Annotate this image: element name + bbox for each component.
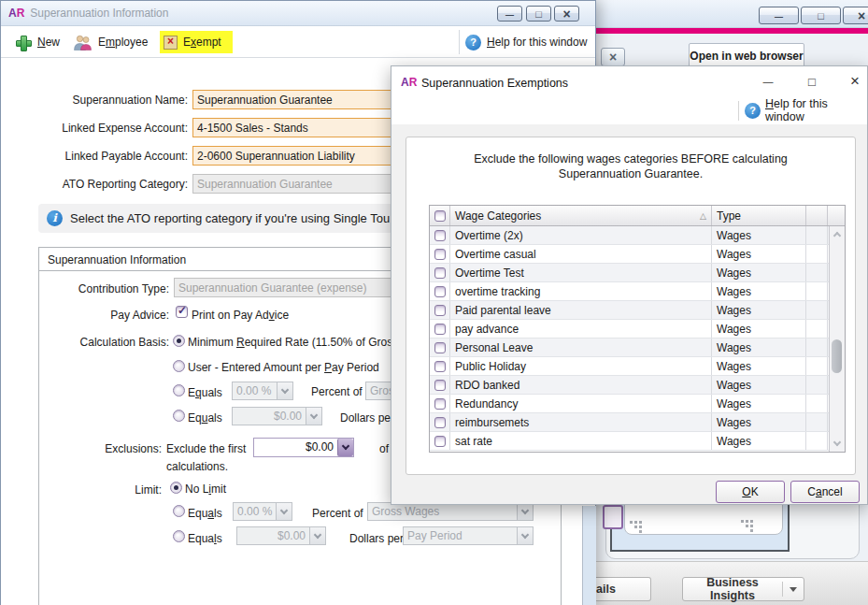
row-checkbox[interactable]	[434, 249, 446, 260]
close-button[interactable]	[554, 6, 579, 22]
resize-grip[interactable]	[630, 521, 633, 524]
dropdown-button	[306, 408, 321, 425]
calc-minimum-rate-radio[interactable]	[173, 335, 185, 347]
empty-column-header	[806, 206, 828, 225]
calc-equals-percent-radio[interactable]	[173, 384, 185, 396]
row-checkbox[interactable]	[434, 380, 446, 391]
linked-payable-account-field[interactable]: 2-0600 Superannuation Liability	[192, 146, 392, 166]
table-row[interactable]: reimbursemetsWages	[430, 413, 845, 432]
main-maximize-button[interactable]	[801, 7, 841, 24]
cancel-button[interactable]: Cancel	[790, 481, 860, 503]
scroll-down-button[interactable]	[830, 437, 845, 452]
type-column-header[interactable]: Type	[712, 206, 806, 225]
wage-categories-column-header[interactable]: Wage Categories	[450, 206, 712, 225]
row-checkbox[interactable]	[434, 305, 446, 316]
field-label: Linked Payable Account:	[6, 150, 188, 163]
maximize-button[interactable]	[526, 6, 551, 22]
ok-button[interactable]: OK	[716, 481, 785, 503]
calc-equals-dollars-label[interactable]: Equals	[188, 411, 222, 425]
row-checkbox-cell[interactable]	[430, 320, 450, 338]
minimize-button[interactable]	[497, 6, 522, 22]
new-button[interactable]: New	[16, 26, 60, 58]
row-checkbox-cell[interactable]	[430, 357, 450, 375]
empty-cell	[806, 226, 828, 244]
open-in-web-browser-button[interactable]: Open in web browser	[689, 43, 804, 68]
limit-equals-dollars-label[interactable]: Equals	[188, 532, 222, 545]
calc-user-entered-label[interactable]: User - Entered Amount per Pay Period	[188, 361, 379, 374]
dialog-maximize-button[interactable]	[799, 70, 825, 93]
exempt-button[interactable]: Exempt	[160, 31, 233, 53]
main-close-button[interactable]	[843, 7, 868, 24]
superannuation-name-field[interactable]: Superannuation Guarantee	[192, 90, 392, 109]
row-checkbox-cell[interactable]	[430, 282, 450, 300]
table-row[interactable]: RedundancyWages	[430, 395, 845, 413]
limit-dollars-value: $0.00	[237, 527, 309, 544]
wage-category-cell: sat rate	[450, 432, 712, 450]
table-row[interactable]: Personal LeaveWages	[430, 339, 845, 357]
row-checkbox[interactable]	[434, 398, 446, 410]
business-insights-button[interactable]: Business Insights	[682, 577, 804, 601]
row-checkbox-cell[interactable]	[430, 245, 450, 263]
limit-no-limit-radio[interactable]	[170, 482, 182, 494]
calc-minimum-rate-label[interactable]: Minimum Required Rate (11.50% of Gross W	[188, 336, 412, 349]
calc-equals-percent-label[interactable]: Equals	[188, 386, 222, 399]
dialog-minimize-button[interactable]	[755, 70, 781, 93]
vertical-scrollbar[interactable]	[829, 226, 845, 452]
select-all-header-cell[interactable]	[430, 206, 450, 225]
dialog-close-button[interactable]	[842, 70, 868, 93]
main-minimize-button[interactable]	[759, 7, 799, 24]
limit-equals-dollars-radio[interactable]	[173, 530, 185, 542]
table-row[interactable]: sat rateWages	[430, 432, 845, 451]
dropdown-button[interactable]	[337, 439, 353, 456]
limit-dollars-per-value: Pay Period	[404, 527, 517, 544]
tab-close-button[interactable]	[601, 48, 625, 66]
table-row[interactable]: Public HolidayWages	[430, 357, 845, 376]
table-row[interactable]: Overtime TestWages	[430, 264, 845, 282]
row-checkbox[interactable]	[434, 417, 446, 428]
exclusions-amount-value[interactable]: $0.00	[254, 439, 337, 456]
employee-button[interactable]: Employee	[74, 26, 148, 58]
help-link[interactable]: Help for this window	[465, 26, 587, 58]
dropdown-button	[517, 503, 533, 520]
details-button[interactable]: ails	[594, 577, 651, 601]
calc-dollars-value: $0.00	[233, 408, 306, 425]
dialog-help-link[interactable]: Help for this window	[745, 98, 867, 122]
row-checkbox[interactable]	[434, 267, 446, 279]
table-row[interactable]: RDO bankedWages	[430, 376, 845, 395]
row-checkbox-cell[interactable]	[430, 432, 450, 450]
linked-expense-account-field[interactable]: 4-1500 Sales - Stands	[192, 118, 392, 137]
row-checkbox-cell[interactable]	[430, 413, 450, 431]
limit-equals-percent-label[interactable]: Equals	[188, 507, 222, 520]
table-row[interactable]: Overtime (2x)Wages	[430, 226, 845, 245]
row-checkbox-cell[interactable]	[430, 264, 450, 281]
row-checkbox-cell[interactable]	[430, 226, 450, 244]
row-checkbox[interactable]	[434, 361, 446, 372]
table-row[interactable]: overtime trackingWages	[430, 282, 845, 301]
row-checkbox-cell[interactable]	[430, 395, 450, 412]
print-on-pay-advice-checkbox[interactable]	[176, 306, 188, 318]
row-checkbox[interactable]	[434, 286, 446, 297]
resize-grip[interactable]	[741, 520, 744, 523]
table-row[interactable]: Paid parental leaveWages	[430, 301, 845, 320]
scrollbar-thumb[interactable]	[832, 339, 842, 373]
select-all-checkbox[interactable]	[434, 210, 446, 222]
calc-user-entered-radio[interactable]	[173, 360, 185, 372]
row-checkbox-cell[interactable]	[430, 376, 450, 394]
table-row[interactable]: pay advanceWages	[430, 320, 845, 339]
limit-no-limit-label[interactable]: No Limit	[185, 483, 226, 496]
row-checkbox-cell[interactable]	[430, 301, 450, 319]
partial-button[interactable]	[603, 505, 623, 529]
calc-equals-dollars-radio[interactable]	[173, 410, 185, 422]
contribution-type-field: Superannuation Guarantee (expense)	[174, 278, 391, 297]
row-checkbox[interactable]	[434, 342, 446, 353]
row-checkbox[interactable]	[434, 230, 446, 241]
table-row[interactable]: Overtime casualWages	[430, 245, 845, 264]
print-on-pay-advice-label[interactable]: Print on Pay Advice	[192, 309, 289, 322]
row-checkbox-cell[interactable]	[430, 339, 450, 356]
exclusions-amount-combo[interactable]: $0.00	[253, 438, 354, 457]
row-checkbox[interactable]	[434, 436, 446, 447]
row-checkbox[interactable]	[434, 324, 446, 335]
limit-equals-percent-radio[interactable]	[173, 505, 185, 517]
scroll-up-button[interactable]	[830, 226, 845, 241]
main-window-titlebar[interactable]	[561, 0, 868, 28]
